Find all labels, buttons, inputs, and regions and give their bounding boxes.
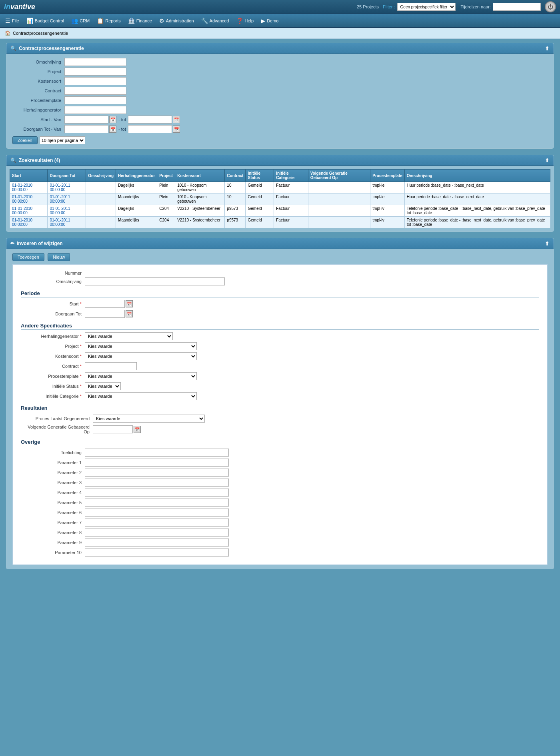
filter-dropdown[interactable]: Geen projectspecifiek filter <box>397 3 456 11</box>
io-proces-label: Proces Laatst Gegenereerd <box>21 416 93 421</box>
nummer-label: Nummer <box>21 271 85 275</box>
herhalinggenerator-input[interactable] <box>64 106 126 114</box>
reports-icon: 📋 <box>97 18 104 24</box>
io-contract-label: Contract * <box>21 364 85 369</box>
resultaten-title: Resultaten <box>21 405 539 412</box>
sidebar-item-advanced[interactable]: 🔧 Advanced <box>198 16 232 26</box>
doorgaan-van-cal[interactable]: 📅 <box>109 126 116 133</box>
io-volgende-generatie-input[interactable] <box>93 425 133 433</box>
start-tot-input[interactable] <box>128 116 172 124</box>
param-input-1[interactable] <box>85 459 229 467</box>
io-herhalinggenerator-select[interactable]: Kies waarde <box>85 332 173 340</box>
results-panel: 🔍 Zoekresultaten (4) ⬆ Start Doorgaan To… <box>6 155 554 232</box>
io-doorgaan-cal[interactable]: 📅 <box>126 310 133 317</box>
param-input-8[interactable] <box>85 529 229 537</box>
io-proces-row: Proces Laatst Gegenereerd Kies waarde <box>21 415 539 423</box>
col-herhalinggenerator: Herhalinggenerator <box>116 170 157 182</box>
file-icon: ☰ <box>5 18 10 24</box>
io-kostensoort-select[interactable]: Kies waarde <box>85 352 197 360</box>
tijdreizen-input[interactable] <box>493 3 541 11</box>
param-input-4[interactable] <box>85 489 229 497</box>
search-panel: 🔍 Contractprocessengeneratie ⬆ Omschrijv… <box>6 43 554 149</box>
io-panel-collapse[interactable]: ⬆ <box>545 240 550 247</box>
result-link[interactable]: 01-01-2011 00:00:00 <box>50 218 70 227</box>
sidebar-item-crm[interactable]: 👥 CRM <box>68 16 93 26</box>
toevoegen-button[interactable]: Toevoegen <box>12 253 44 261</box>
omschrijving-input[interactable] <box>64 58 126 66</box>
nav-finance-label: Finance <box>136 18 152 23</box>
results-panel-collapse[interactable]: ⬆ <box>545 157 550 164</box>
param-input-9[interactable] <box>85 539 229 547</box>
result-link[interactable]: 01-01-2011 00:00:00 <box>50 206 70 215</box>
io-volgende-generatie-label: Volgende Generatie Gebaseerd Op <box>21 425 93 434</box>
io-toelichting-label: Toelichting <box>21 450 85 455</box>
sidebar-item-help[interactable]: ❓ Help <box>233 16 257 26</box>
io-volgende-generatie-cal[interactable]: 📅 <box>134 426 141 433</box>
param-row-10: Parameter 10 <box>21 549 539 557</box>
param-input-10[interactable] <box>85 549 229 557</box>
param-input-5[interactable] <box>85 499 229 507</box>
result-link[interactable]: 01-01-2010 00:00:00 <box>12 195 32 203</box>
top-bar: invantive 25 Projects Filter : Geen proj… <box>0 0 560 14</box>
io-initiele-categorie-select[interactable]: Kies waarde <box>85 392 197 400</box>
io-doorgaan-input[interactable] <box>85 310 125 318</box>
io-herhalinggenerator-row: Herhalinggenerator * Kies waarde <box>21 332 539 340</box>
param-input-6[interactable] <box>85 509 229 517</box>
results-panel-title: 🔍 Zoekresultaten (4) <box>10 158 60 163</box>
param-label-7: Parameter 7 <box>21 520 85 525</box>
sidebar-item-administration[interactable]: ⚙ Administration <box>156 16 197 26</box>
result-link[interactable]: 01-01-2011 00:00:00 <box>50 183 70 192</box>
param-input-7[interactable] <box>85 519 229 527</box>
project-input[interactable] <box>64 68 126 76</box>
start-tot-cal[interactable]: 📅 <box>173 116 180 123</box>
sidebar-item-demo[interactable]: ▶ Demo <box>258 16 282 26</box>
help-icon: ❓ <box>236 18 243 24</box>
sidebar-item-reports[interactable]: 📋 Reports <box>94 16 124 26</box>
result-link[interactable]: 01-01-2010 00:00:00 <box>12 218 32 227</box>
param-row-2: Parameter 2 <box>21 469 539 477</box>
contract-input[interactable] <box>64 87 126 95</box>
power-button[interactable]: ⏻ <box>545 1 556 12</box>
doorgaan-tot-input[interactable] <box>128 125 172 133</box>
filter-label[interactable]: Filter : <box>383 4 395 9</box>
io-toelichting-input[interactable] <box>85 449 229 457</box>
sidebar-item-budget[interactable]: 📊 Budget Control <box>23 16 67 26</box>
kostensoort-input[interactable] <box>64 77 126 85</box>
io-panel-header: ✏ Invoeren of wijzigen ⬆ <box>6 238 554 249</box>
search-panel-collapse[interactable]: ⬆ <box>545 45 550 52</box>
io-start-input[interactable] <box>85 300 125 308</box>
home-icon[interactable]: 🏠 <box>5 30 11 36</box>
io-herhalinggenerator-label: Herhalinggenerator * <box>21 334 85 339</box>
nieuw-button[interactable]: Nieuw <box>48 253 70 261</box>
io-omschrijving-input[interactable] <box>85 277 225 285</box>
param-input-3[interactable] <box>85 479 229 487</box>
io-kostensoort-label: Kostensoort * <box>21 354 85 359</box>
search-button[interactable]: Zoeken <box>12 136 38 144</box>
procestemplate-input[interactable] <box>64 96 126 104</box>
io-project-select[interactable]: Kies waarde <box>85 342 197 350</box>
result-link[interactable]: 01-01-2010 00:00:00 <box>12 183 32 192</box>
result-link[interactable]: 01-01-2010 00:00:00 <box>12 206 32 215</box>
start-van-cal[interactable]: 📅 <box>109 116 116 123</box>
sidebar-item-finance[interactable]: 🏦 Finance <box>125 16 155 26</box>
io-contract-input[interactable] <box>85 362 137 370</box>
finance-icon: 🏦 <box>128 18 135 24</box>
nav-advanced-label: Advanced <box>210 18 229 23</box>
param-input-2[interactable] <box>85 469 229 477</box>
param-row-7: Parameter 7 <box>21 519 539 527</box>
io-buttons: Toevoegen Nieuw <box>12 253 548 261</box>
doorgaan-van-input[interactable] <box>64 125 108 133</box>
io-start-cal[interactable]: 📅 <box>126 300 133 307</box>
rows-per-page-select[interactable]: 10 rijen per pagina 25 rijen per pagina … <box>40 136 85 144</box>
io-omschrijving-row: Omschrijving <box>21 277 539 285</box>
io-proces-select[interactable]: Kies waarde <box>93 415 205 423</box>
result-link[interactable]: 01-01-2011 00:00:00 <box>50 195 70 203</box>
start-van-input[interactable] <box>64 116 108 124</box>
io-project-row: Project * Kies waarde <box>21 342 539 350</box>
io-initiele-status-select[interactable]: Kies waarde <box>85 382 121 390</box>
io-procestemplate-select[interactable]: Kies waarde <box>85 372 197 380</box>
main-content: 🔍 Contractprocessengeneratie ⬆ Omschrijv… <box>0 39 560 579</box>
sidebar-item-file[interactable]: ☰ File <box>2 16 22 26</box>
table-row: 01-01-2010 00:00:0001-01-2011 00:00:00Da… <box>10 182 550 193</box>
doorgaan-tot-cal[interactable]: 📅 <box>173 126 180 133</box>
